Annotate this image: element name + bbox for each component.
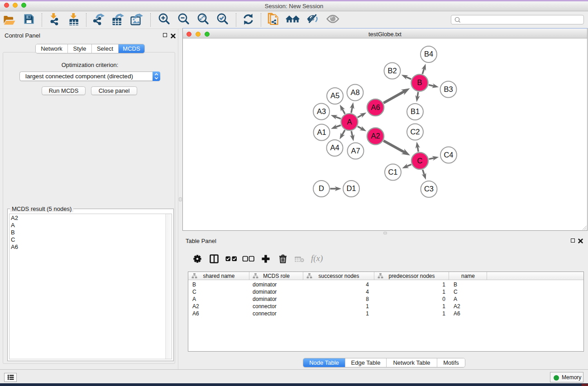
svg-text:D: D	[319, 184, 324, 192]
svg-text:A8: A8	[350, 88, 359, 96]
svg-text:B1: B1	[411, 107, 420, 115]
svg-text:A2: A2	[371, 132, 380, 140]
svg-text:C: C	[417, 157, 423, 165]
svg-text:A7: A7	[351, 147, 360, 155]
svg-text:A: A	[347, 118, 352, 126]
svg-text:B4: B4	[424, 50, 433, 58]
svg-text:C3: C3	[424, 185, 434, 193]
svg-text:A4: A4	[330, 143, 339, 152]
svg-text:C4: C4	[444, 151, 453, 159]
svg-text:D1: D1	[346, 184, 356, 192]
svg-text:B2: B2	[387, 67, 397, 75]
svg-text:C1: C1	[388, 168, 397, 176]
svg-text:A1: A1	[317, 128, 326, 136]
svg-text:A3: A3	[317, 107, 326, 115]
svg-text:B: B	[417, 78, 422, 86]
svg-text:A6: A6	[371, 103, 380, 111]
svg-text:B3: B3	[444, 85, 453, 93]
svg-text:A5: A5	[330, 91, 339, 100]
svg-text:C2: C2	[410, 128, 420, 136]
